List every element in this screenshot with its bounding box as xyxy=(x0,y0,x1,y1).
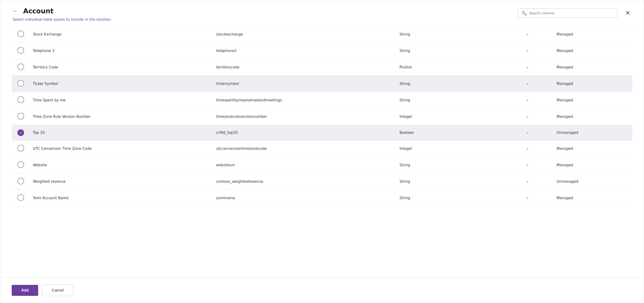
col-managed-status: Managed xyxy=(554,92,632,108)
col-logical-name: territorycode xyxy=(213,59,397,76)
col-has-check: ✓ xyxy=(501,43,554,59)
table-row[interactable]: WebsitewebsiteurlString✓Managed xyxy=(12,157,632,174)
row-checkbox[interactable] xyxy=(18,178,24,184)
col-logical-name: websiteurl xyxy=(213,157,397,174)
check-icon: ✓ xyxy=(526,147,529,150)
header: ← Account Select individual table assets… xyxy=(0,0,644,22)
row-checkbox[interactable] xyxy=(18,30,24,37)
search-box: 🔍 xyxy=(517,8,618,18)
close-button[interactable]: ✕ xyxy=(623,8,632,18)
row-checkbox[interactable]: ✓ xyxy=(18,129,24,136)
dialog: ← Account Select individual table assets… xyxy=(0,0,644,303)
check-icon: ✓ xyxy=(526,131,529,134)
col-logical-name: contoso_weightedrevenue xyxy=(213,174,397,190)
check-icon: ✓ xyxy=(526,180,529,184)
row-checkbox[interactable] xyxy=(18,47,24,54)
col-logical-name: stockexchange xyxy=(213,26,397,43)
col-has-check: ✓ xyxy=(501,190,554,206)
col-type: String xyxy=(397,174,501,190)
search-icon: 🔍 xyxy=(522,10,527,16)
col-display-name: Telephone 3 xyxy=(30,43,214,59)
col-managed-status: Unmanaged xyxy=(554,125,632,140)
table-row[interactable]: Telephone 3telephone3String✓Managed xyxy=(12,43,632,59)
check-icon: ✓ xyxy=(526,32,529,36)
col-has-check: ✓ xyxy=(501,108,554,125)
row-checkbox[interactable] xyxy=(18,194,24,201)
check-icon: ✓ xyxy=(526,98,529,102)
col-display-name: Website xyxy=(30,157,214,174)
col-managed-status: Managed xyxy=(554,140,632,157)
col-type: String xyxy=(397,190,501,206)
col-type: String xyxy=(397,157,501,174)
col-display-name: Territory Code xyxy=(30,59,214,76)
col-has-check: ✓ xyxy=(501,26,554,43)
col-logical-name: crfb6_top10 xyxy=(213,125,397,140)
col-has-check: ✓ xyxy=(501,157,554,174)
columns-table: Stock ExchangestockexchangeString✓Manage… xyxy=(12,26,632,206)
back-button[interactable]: ← xyxy=(12,7,19,15)
col-display-name: Time Zone Rule Version Number xyxy=(30,108,214,125)
col-logical-name: timespentbymeonemailandmeetings xyxy=(213,92,397,108)
table-row[interactable]: Ticker SymboltickersymbolString✓Managed xyxy=(12,76,632,92)
search-input[interactable] xyxy=(529,11,614,15)
col-managed-status: Unmanaged xyxy=(554,174,632,190)
footer: Add Cancel xyxy=(0,278,644,303)
row-checkbox[interactable] xyxy=(18,80,24,86)
col-managed-status: Managed xyxy=(554,108,632,125)
table-row[interactable]: ✓Top 10crfb6_top10Boolean✓Unmanaged xyxy=(12,125,632,140)
col-display-name: Weighted revenue xyxy=(30,174,214,190)
col-logical-name: utcconversiontimezonecode xyxy=(213,140,397,157)
col-has-check: ✓ xyxy=(501,125,554,140)
row-checkbox[interactable] xyxy=(18,64,24,70)
col-has-check: ✓ xyxy=(501,92,554,108)
table-row[interactable]: Time Spent by metimespentbymeonemailandm… xyxy=(12,92,632,108)
check-icon: ✓ xyxy=(526,115,529,118)
subtitle-highlight: individual table assets xyxy=(25,18,65,22)
check-icon: ✓ xyxy=(526,196,529,200)
col-display-name: Yomi Account Name xyxy=(30,190,214,206)
col-logical-name: yominame xyxy=(213,190,397,206)
check-icon: ✓ xyxy=(526,49,529,53)
col-display-name: Ticker Symbol xyxy=(30,76,214,92)
title-row: ← Account xyxy=(12,7,112,15)
row-checkbox[interactable] xyxy=(18,96,24,103)
table-row[interactable]: Time Zone Rule Version Numbertimezonerul… xyxy=(12,108,632,125)
table-row[interactable]: Stock ExchangestockexchangeString✓Manage… xyxy=(12,26,632,43)
subtitle-static: Select xyxy=(13,18,25,22)
col-managed-status: Managed xyxy=(554,43,632,59)
cancel-button[interactable]: Cancel xyxy=(42,285,74,296)
col-type: Boolean xyxy=(397,125,501,140)
col-logical-name: telephone3 xyxy=(213,43,397,59)
col-display-name: Stock Exchange xyxy=(30,26,214,43)
col-has-check: ✓ xyxy=(501,140,554,157)
col-logical-name: tickersymbol xyxy=(213,76,397,92)
add-button[interactable]: Add xyxy=(12,285,38,296)
col-type: Integer xyxy=(397,140,501,157)
check-icon: ✓ xyxy=(526,65,529,69)
table-row[interactable]: UTC Conversion Time Zone Codeutcconversi… xyxy=(12,140,632,157)
row-checkbox[interactable] xyxy=(18,113,24,120)
col-managed-status: Managed xyxy=(554,157,632,174)
col-display-name: Top 10 xyxy=(30,125,214,140)
table-row[interactable]: Territory CodeterritorycodePicklist✓Mana… xyxy=(12,59,632,76)
subtitle: Select individual table assets to includ… xyxy=(12,18,112,22)
col-type: String xyxy=(397,76,501,92)
row-checkbox[interactable] xyxy=(18,145,24,152)
col-has-check: ✓ xyxy=(501,174,554,190)
back-icon: ← xyxy=(13,8,18,14)
col-display-name: UTC Conversion Time Zone Code xyxy=(30,140,214,157)
page-title: Account xyxy=(23,7,54,15)
col-type: String xyxy=(397,26,501,43)
col-type: Integer xyxy=(397,108,501,125)
col-managed-status: Managed xyxy=(554,59,632,76)
row-checkbox[interactable] xyxy=(18,161,24,168)
check-icon: ✓ xyxy=(526,163,529,167)
col-managed-status: Managed xyxy=(554,76,632,92)
table-row[interactable]: Yomi Account NameyominameString✓Managed xyxy=(12,190,632,206)
table-row[interactable]: Weighted revenuecontoso_weightedrevenueS… xyxy=(12,174,632,190)
col-has-check: ✓ xyxy=(501,76,554,92)
col-has-check: ✓ xyxy=(501,59,554,76)
col-logical-name: timezoneruleversionnumber xyxy=(213,108,397,125)
table-container: Stock ExchangestockexchangeString✓Manage… xyxy=(0,26,644,278)
col-managed-status: Managed xyxy=(554,190,632,206)
